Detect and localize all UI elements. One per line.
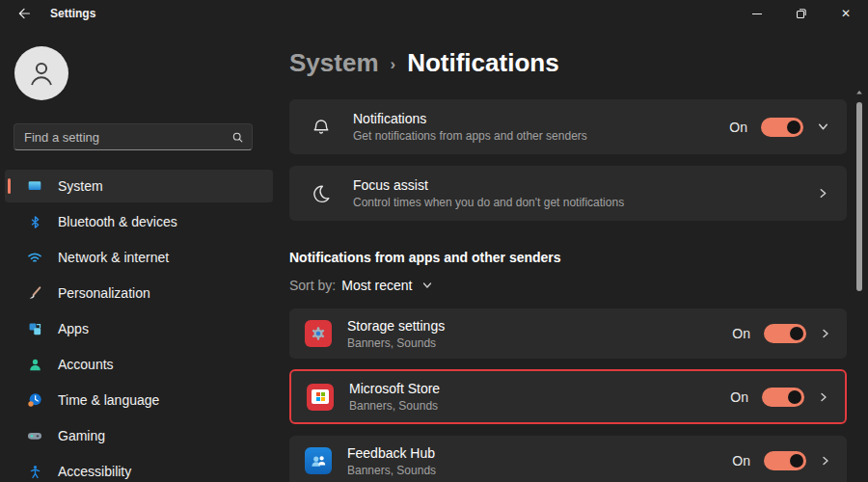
account-avatar[interactable] bbox=[14, 46, 68, 100]
toggle-state-label: On bbox=[732, 326, 750, 341]
sidebar-item-personalization[interactable]: Personalization bbox=[5, 277, 273, 309]
row-controls: On bbox=[730, 388, 829, 407]
breadcrumb: System › Notifications bbox=[289, 48, 559, 78]
sidebar-item-label: Gaming bbox=[58, 428, 105, 443]
toggle-state-label: On bbox=[732, 453, 750, 469]
focus-assist-card[interactable]: Focus assist Control times when you do a… bbox=[289, 166, 847, 221]
sidebar-item-system[interactable]: System bbox=[5, 170, 273, 202]
row-controls: On bbox=[732, 324, 831, 343]
sort-by-dropdown[interactable]: Sort by: Most recent bbox=[289, 278, 433, 293]
close-icon: ✕ bbox=[841, 7, 851, 20]
app-subtitle: Banners, Sounds bbox=[347, 336, 717, 350]
page-title: Notifications bbox=[407, 48, 558, 78]
storage-settings-icon bbox=[305, 320, 332, 347]
scroll-up-arrow[interactable] bbox=[855, 89, 863, 96]
minimize-button[interactable] bbox=[735, 0, 779, 27]
search-box bbox=[14, 123, 253, 150]
sidebar-item-time-language[interactable]: Time & language bbox=[5, 384, 273, 416]
feedback-hub-icon bbox=[305, 447, 332, 474]
person-icon bbox=[27, 357, 42, 372]
chevron-down-icon[interactable] bbox=[817, 120, 829, 133]
wifi-icon bbox=[27, 250, 42, 265]
card-controls bbox=[817, 187, 829, 200]
toggle-knob bbox=[790, 327, 803, 340]
microsoft-store-icon bbox=[307, 384, 334, 411]
clock-icon bbox=[27, 392, 42, 408]
search-input[interactable] bbox=[24, 130, 231, 145]
window-controls: ✕ bbox=[735, 0, 868, 27]
card-subtitle: Get notifications from apps and other se… bbox=[353, 129, 708, 143]
sidebar-item-label: System bbox=[58, 178, 103, 194]
sidebar-item-label: Accessibility bbox=[58, 464, 131, 479]
sidebar-item-accounts[interactable]: Accounts bbox=[5, 348, 273, 381]
sidebar-item-bluetooth-devices[interactable]: Bluetooth & devices bbox=[5, 205, 273, 238]
storage-settings-toggle[interactable] bbox=[764, 324, 806, 343]
app-name: Storage settings bbox=[347, 318, 717, 334]
titlebar: Settings ✕ bbox=[0, 0, 868, 27]
app-name: Feedback Hub bbox=[347, 445, 717, 461]
moon-icon bbox=[311, 183, 332, 204]
toggle-knob bbox=[788, 390, 801, 404]
sidebar-item-label: Apps bbox=[58, 321, 89, 336]
scrollbar-thumb[interactable] bbox=[856, 102, 862, 291]
restore-icon bbox=[796, 8, 807, 19]
sidebar-item-label: Network & internet bbox=[58, 250, 169, 265]
bell-icon bbox=[311, 117, 332, 138]
sidebar-item-gaming[interactable]: Gaming bbox=[5, 419, 273, 452]
microsoft-store-toggle[interactable] bbox=[762, 388, 804, 407]
restore-button[interactable] bbox=[779, 0, 824, 27]
feedback-hub-toggle[interactable] bbox=[764, 451, 806, 470]
chevron-right-icon[interactable] bbox=[817, 187, 829, 200]
breadcrumb-parent[interactable]: System bbox=[289, 48, 379, 78]
person-avatar-icon bbox=[25, 57, 58, 90]
breadcrumb-separator-icon: › bbox=[391, 52, 396, 74]
search-icon[interactable] bbox=[231, 131, 244, 144]
card-title: Focus assist bbox=[353, 177, 796, 193]
chevron-right-icon[interactable] bbox=[818, 391, 829, 403]
sidebar-item-apps[interactable]: Apps bbox=[5, 312, 273, 345]
sidebar-item-accessibility[interactable]: Accessibility bbox=[5, 455, 273, 482]
display-icon bbox=[27, 178, 42, 194]
settings-window: Settings ✕ bbox=[0, 0, 868, 482]
sidebar-item-label: Personalization bbox=[58, 285, 150, 301]
scrollbar bbox=[854, 87, 864, 482]
brush-icon bbox=[27, 285, 42, 301]
chevron-right-icon[interactable] bbox=[820, 328, 831, 339]
app-name: Microsoft Store bbox=[349, 381, 715, 396]
app-row-microsoft-store[interactable]: Microsoft Store Banners, Sounds On bbox=[289, 369, 847, 424]
card-text: Focus assist Control times when you do a… bbox=[353, 177, 796, 209]
sidebar-nav: System Bluetooth & devices Network & int… bbox=[5, 170, 273, 482]
window-title: Settings bbox=[50, 7, 95, 20]
row-text: Storage settings Banners, Sounds bbox=[347, 318, 717, 350]
row-text: Microsoft Store Banners, Sounds bbox=[349, 381, 715, 413]
card-text: Notifications Get notifications from app… bbox=[353, 111, 708, 143]
sidebar-item-label: Time & language bbox=[58, 392, 159, 408]
notifications-toggle[interactable] bbox=[761, 118, 803, 137]
bluetooth-icon bbox=[27, 214, 42, 229]
sort-by-label: Sort by: bbox=[289, 278, 336, 293]
back-arrow-icon bbox=[17, 7, 31, 20]
row-text: Feedback Hub Banners, Sounds bbox=[347, 445, 717, 477]
toggle-state-label: On bbox=[730, 389, 748, 405]
close-button[interactable]: ✕ bbox=[824, 0, 868, 27]
chevron-right-icon[interactable] bbox=[820, 455, 831, 467]
toggle-state-label: On bbox=[729, 120, 747, 135]
app-row-feedback-hub[interactable]: Feedback Hub Banners, Sounds On bbox=[289, 436, 847, 482]
accessibility-icon bbox=[27, 464, 42, 479]
apps-section-heading: Notifications from apps and other sender… bbox=[289, 250, 561, 265]
chevron-down-icon bbox=[421, 280, 433, 291]
sidebar-item-network-internet[interactable]: Network & internet bbox=[5, 241, 273, 274]
minimize-icon bbox=[752, 13, 762, 14]
toggle-knob bbox=[787, 120, 800, 134]
toggle-knob bbox=[790, 454, 803, 468]
sidebar-item-label: Accounts bbox=[58, 357, 114, 372]
notifications-card[interactable]: Notifications Get notifications from app… bbox=[289, 99, 847, 154]
main-content: System › Notifications Notifications Get… bbox=[289, 27, 847, 482]
sidebar-item-label: Bluetooth & devices bbox=[58, 214, 177, 229]
app-row-storage-settings[interactable]: Storage settings Banners, Sounds On bbox=[289, 308, 847, 359]
back-button[interactable] bbox=[10, 1, 39, 26]
app-subtitle: Banners, Sounds bbox=[347, 464, 717, 477]
app-subtitle: Banners, Sounds bbox=[349, 399, 715, 413]
card-subtitle: Control times when you do and don't get … bbox=[353, 196, 796, 209]
sidebar: System Bluetooth & devices Network & int… bbox=[0, 27, 280, 482]
